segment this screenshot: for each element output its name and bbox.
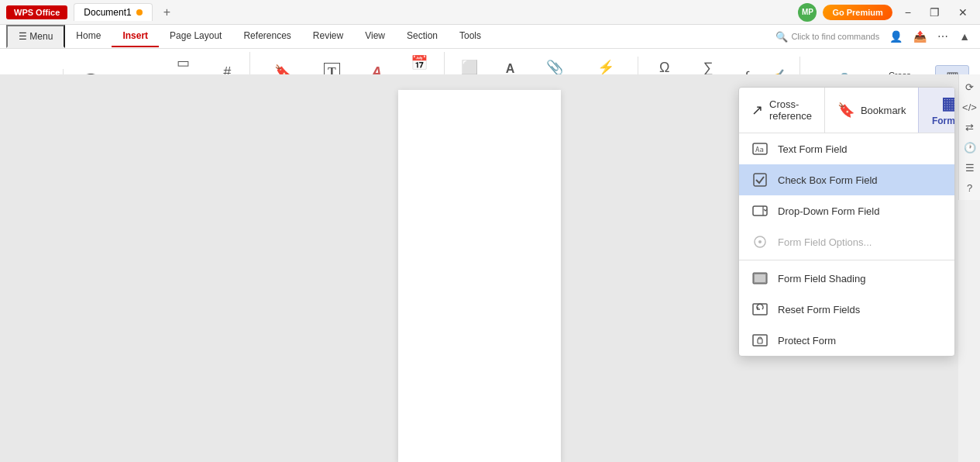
tab-page-layout[interactable]: Page Layout bbox=[159, 26, 232, 47]
bookmark-menu-label: Bookmark bbox=[861, 105, 906, 109]
user-badge[interactable]: MP bbox=[798, 3, 817, 22]
doc-tab-title: Document1 bbox=[84, 7, 131, 18]
minimize-button[interactable]: − bbox=[899, 6, 917, 19]
forms-dropdown-panel: ↗ Cross-reference 🔖 Bookmark ▦ Forms ▾ A… bbox=[738, 87, 955, 109]
header-footer-icon: ▭ bbox=[177, 55, 190, 72]
ribbon-collapse-icon[interactable]: ▲ bbox=[955, 27, 974, 46]
bookmark-menu-icon: 🔖 bbox=[837, 102, 854, 109]
ribbon-user-icon[interactable]: 👤 bbox=[885, 27, 906, 46]
tab-home[interactable]: Home bbox=[65, 26, 112, 47]
cross-reference-menu-item[interactable]: ↗ Cross-reference bbox=[739, 88, 825, 109]
document-page bbox=[398, 90, 561, 109]
title-bar: WPS Office Document1 + MP Go Premium − ❐… bbox=[0, 0, 980, 25]
search-commands[interactable]: Click to find commands bbox=[791, 32, 879, 41]
forms-icon: ▦ bbox=[941, 94, 955, 109]
ribbon-share-icon[interactable]: 📤 bbox=[910, 27, 930, 46]
ribbon-more-icon[interactable]: ⋯ bbox=[934, 27, 952, 46]
tab-view[interactable]: View bbox=[354, 26, 396, 47]
tab-references[interactable]: References bbox=[232, 26, 301, 47]
dropdown-top-row: ↗ Cross-reference 🔖 Bookmark ▦ Forms ▾ bbox=[739, 88, 954, 109]
tab-review[interactable]: Review bbox=[302, 26, 354, 47]
right-strip: ⟳ </> ⇄ 🕐 ☰ ? bbox=[958, 74, 980, 109]
forms-dropdown-button[interactable]: ▦ Forms ▾ bbox=[918, 88, 955, 109]
document-tab[interactable]: Document1 bbox=[74, 3, 152, 21]
date-time-icon: 📅 bbox=[411, 55, 428, 72]
ribbon-tabs: ☰ Menu Home Insert Page Layout Reference… bbox=[0, 25, 980, 49]
go-premium-button[interactable]: Go Premium bbox=[823, 5, 892, 20]
right-refresh-button[interactable]: ⟳ bbox=[961, 78, 979, 96]
cross-ref-menu-icon: ↗ bbox=[751, 102, 763, 109]
tab-tools[interactable]: Tools bbox=[449, 26, 492, 47]
tab-section[interactable]: Section bbox=[396, 26, 449, 47]
cross-ref-menu-label: Cross-reference bbox=[769, 98, 812, 109]
wps-logo-button[interactable]: WPS Office bbox=[6, 5, 67, 19]
right-code-button[interactable]: </> bbox=[961, 98, 979, 109]
tab-menu[interactable]: ☰ Menu bbox=[6, 25, 65, 48]
restore-button[interactable]: ❐ bbox=[923, 6, 946, 19]
doc-unsaved-dot bbox=[136, 9, 143, 16]
close-button[interactable]: ✕ bbox=[952, 6, 974, 19]
new-tab-button[interactable]: + bbox=[159, 5, 175, 19]
title-bar-left: WPS Office Document1 + bbox=[6, 3, 175, 21]
tab-insert[interactable]: Insert bbox=[112, 26, 159, 47]
title-bar-right: MP Go Premium − ❐ ✕ bbox=[798, 3, 974, 22]
bookmark-menu-item[interactable]: 🔖 Bookmark bbox=[825, 88, 919, 109]
